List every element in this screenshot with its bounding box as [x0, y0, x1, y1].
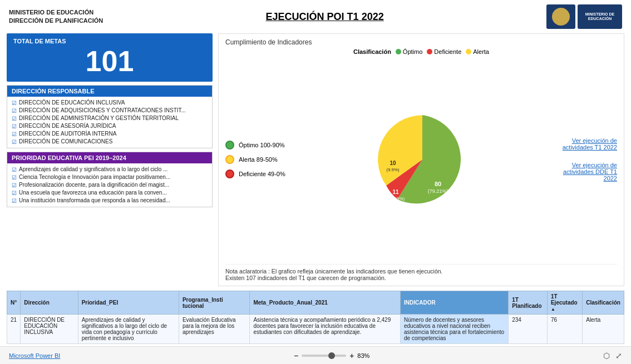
legend-optimo: Óptimo — [396, 48, 422, 55]
zoom-thumb — [328, 352, 335, 359]
link-ejecucion-dde[interactable]: Ver ejecución de actividades DDE T1 2022 — [556, 162, 617, 182]
list-item: ☑ DIRECCIÓN DE ASESORÍA JURÍDICA — [12, 122, 208, 130]
list-item: ☑ DIRECCIÓN DE EDUCACIÓN INCLUSIVA — [12, 99, 208, 107]
page-title: EJECUCIÓN POI T1 2022 — [103, 11, 546, 23]
cell-ejecutado: 76 — [547, 315, 582, 344]
cell-num: 21 — [7, 315, 21, 344]
legend-classification-label: Clasificación — [353, 48, 391, 55]
pie-chart-svg: 80 (79.21%) 11 (10.89%) 10 (9.9%) — [361, 104, 484, 215]
col-programa: Programa_Institucional — [179, 291, 249, 315]
zoom-minus[interactable]: − — [294, 351, 298, 360]
checkbox-icon: ☑ — [12, 190, 17, 196]
zoom-level: 83% — [357, 352, 369, 359]
checkbox-icon: ☑ — [12, 174, 17, 181]
checkbox-icon: ☑ — [12, 108, 17, 114]
list-item: ☑ Profesionalización docente, para la di… — [12, 181, 208, 189]
slice-yellow-label: 10 — [390, 160, 396, 166]
list-item: ☑ DIRECCIÓN DE ADMINISTRACIÓN Y GESTIÓN … — [12, 114, 208, 122]
left-panel: TOTAL DE METAS 101 DIRECCIÓN RESPONSABLE… — [7, 33, 213, 286]
note-line2: Existen 107 indicadores del T1 que carec… — [225, 275, 617, 281]
checkbox-icon: ☑ — [12, 100, 17, 106]
total-metas-box: TOTAL DE METAS 101 — [7, 33, 213, 82]
header: MINISTERIO DE EDUCACIÓN DIRECCIÓN DE PLA… — [0, 0, 631, 31]
powerbi-link[interactable]: Microsoft Power BI — [9, 352, 60, 359]
cell-meta: Asistencia técnica y acompañamiento peri… — [250, 315, 401, 344]
pie-legend-alerta: Alerta 89-50% — [225, 155, 285, 164]
direccion-header: DIRECCIÓN RESPONSABLE — [7, 86, 212, 97]
emblem-circle — [552, 8, 570, 26]
optimo-dot — [396, 49, 401, 54]
deficiente-dot — [427, 49, 432, 54]
pie-chart-container: 80 (79.21%) 11 (10.89%) 10 (9.9%) — [294, 104, 550, 215]
logo-emblem — [546, 4, 575, 29]
table-row: 21 DIRECCIÓN DE EDUCACIÓN INCLUSIVA Apre… — [7, 315, 624, 344]
total-metas-label: TOTAL DE METAS — [13, 38, 206, 44]
note-line1: Nota aclaratoria : El grafico refleja ún… — [225, 268, 617, 275]
expand-icon[interactable]: ⤢ — [615, 351, 622, 360]
note-area: Nota aclaratoria : El grafico refleja ún… — [225, 264, 617, 281]
list-item: ☑ Una institución transformada que respo… — [12, 197, 208, 205]
checkbox-icon: ☑ — [12, 131, 17, 137]
zoom-controls: − + 83% — [294, 351, 369, 360]
header-org: MINISTERIO DE EDUCACIÓN DIRECCIÓN DE PLA… — [9, 8, 103, 26]
zoom-slider[interactable] — [302, 355, 346, 357]
slice-green-sublabel: (79.21%) — [428, 188, 448, 194]
footer-icons: ⬡ ⤢ — [603, 351, 622, 360]
prioridad-box: PRIORIDAD EDUCATIVA PEI 2019–2024 ☑ Apre… — [7, 152, 213, 207]
cell-prioridad: Aprendizajes de calidad y significativos… — [78, 315, 179, 344]
cell-planificado: 234 — [509, 315, 548, 344]
cell-direccion: DIRECCIÓN DE EDUCACIÓN INCLUSIVA — [21, 315, 78, 344]
main-container: MINISTERIO DE EDUCACIÓN DIRECCIÓN DE PLA… — [0, 0, 631, 364]
checkbox-icon: ☑ — [12, 139, 17, 145]
chart-area: Óptimo 100-90% Alerta 89-50% Deficiente … — [225, 59, 617, 260]
org-line2: DIRECCIÓN DE PLANIFICACIÓN — [9, 17, 103, 25]
logo-ministry: MINISTERIO DE EDUCACIÓN — [578, 4, 622, 29]
alerta-dot — [466, 49, 471, 54]
direccion-box: DIRECCIÓN RESPONSABLE ☑ DIRECCIÓN DE EDU… — [7, 85, 213, 148]
content-area: TOTAL DE METAS 101 DIRECCIÓN RESPONSABLE… — [0, 31, 631, 288]
links-area: Ver ejecución de actividades T1 2022 Ver… — [556, 137, 617, 182]
prioridad-list[interactable]: ☑ Aprendizajes de calidad y significativ… — [7, 163, 212, 207]
checkbox-icon: ☑ — [12, 182, 17, 188]
prioridad-header: PRIORIDAD EDUCATIVA PEI 2019–2024 — [7, 152, 212, 163]
slice-yellow-sublabel: (9.9%) — [386, 167, 400, 172]
list-item: ☑ DIRECCIÓN DE AUDITORÍA INTERNA — [12, 130, 208, 138]
checkbox-icon: ☑ — [12, 167, 17, 173]
table-area: N° Dirección Prioridad_PEI Programa_Inst… — [0, 288, 631, 346]
slice-red-label: 11 — [392, 189, 399, 195]
checkbox-icon: ☑ — [12, 198, 17, 204]
col-direccion: Dirección — [21, 291, 78, 315]
pie-dot-optimo — [225, 141, 234, 149]
list-item: ☑ Una escuela que favorezca una educació… — [12, 189, 208, 197]
cell-clasificacion: Alerta — [583, 315, 624, 344]
direccion-list[interactable]: ☑ DIRECCIÓN DE EDUCACIÓN INCLUSIVA ☑ DIR… — [7, 97, 212, 148]
col-prioridad: Prioridad_PEI — [78, 291, 179, 315]
share-icon[interactable]: ⬡ — [603, 351, 610, 360]
data-table: N° Dirección Prioridad_PEI Programa_Inst… — [7, 291, 624, 344]
pie-dot-alerta — [225, 155, 234, 164]
total-metas-number: 101 — [13, 46, 206, 77]
cell-programa: Evaluación Educativa para la mejora de l… — [179, 315, 249, 344]
pie-legend-deficiente: Deficiente 49-0% — [225, 169, 285, 178]
legend-alerta: Alerta — [466, 48, 489, 55]
cell-indicador: Número de docentes y asesores educativos… — [401, 315, 509, 344]
col-ejecutado: 1TEjecutado ▲ — [547, 291, 582, 315]
list-item: ☑ Aprendizajes de calidad y significativ… — [12, 166, 208, 173]
org-line1: MINISTERIO DE EDUCACIÓN — [9, 8, 103, 17]
slice-red-sublabel: (10.89%) — [387, 196, 405, 201]
right-panel: Cumplimiento de Indicadores Clasificació… — [218, 33, 624, 286]
zoom-plus[interactable]: + — [349, 351, 354, 360]
col-meta: Meta_Producto_Anual_2021 — [250, 291, 401, 315]
pie-dot-deficiente — [225, 169, 234, 178]
list-item: ☑ DIRECCIÓN DE ADQUISICIONES Y CONTRATAC… — [12, 107, 208, 114]
col-planificado: 1T Planificado — [509, 291, 548, 315]
footer: Microsoft Power BI − + 83% ⬡ ⤢ — [0, 346, 631, 364]
col-num: N° — [7, 291, 21, 315]
legend-deficiente: Deficiente — [427, 48, 461, 55]
col-indicador: INDICADOR — [401, 291, 509, 315]
link-ejecucion-t1[interactable]: Ver ejecución de actividades T1 2022 — [556, 137, 617, 151]
list-item: ☑ DIRECCIÓN DE COMUNICACIONES — [12, 138, 208, 146]
logo-area: MINISTERIO DE EDUCACIÓN — [546, 4, 622, 29]
chart-legend: Clasificación Óptimo Deficiente Alerta — [225, 48, 617, 55]
col-clasificacion: Clasificación — [583, 291, 624, 315]
